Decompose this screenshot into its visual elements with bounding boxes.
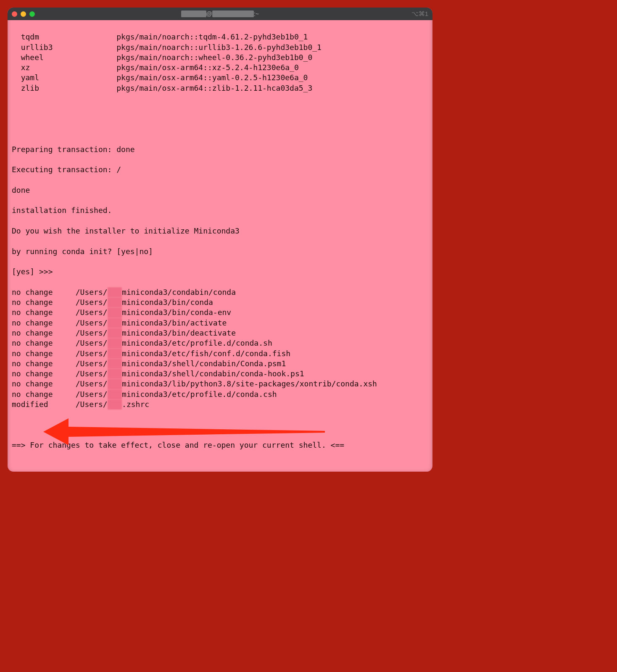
minimize-button[interactable] [21, 11, 26, 17]
conda-init-line: no change /Users/███miniconda3/bin/deact… [12, 328, 428, 338]
executing-line: Executing transaction: / [12, 165, 428, 175]
terminal-window: ██████@██████████:~ ⌥⌘1 tqdm pkgs/main/n… [8, 8, 432, 472]
close-button[interactable] [12, 11, 17, 17]
window-title: ██████@██████████:~ [8, 10, 432, 17]
package-line: tqdm pkgs/main/noarch::tqdm-4.61.2-pyhd3… [12, 32, 428, 42]
user-redacted: ███ [108, 369, 122, 379]
user-redacted: ███ [108, 359, 122, 369]
package-line: xz pkgs/main/osx-arm64::xz-5.2.4-h1230e6… [12, 63, 428, 73]
effect-line: ==> For changes to take effect, close an… [12, 440, 428, 450]
conda-init-line: no change /Users/███miniconda3/shell/con… [12, 359, 428, 369]
title-host-redacted: ██████████ [212, 10, 254, 17]
user-redacted: ███ [108, 287, 122, 297]
package-line: urllib3 pkgs/main/noarch::urllib3-1.26.6… [12, 42, 428, 52]
conda-init-line: no change /Users/███miniconda3/etc/profi… [12, 389, 428, 399]
user-redacted: ███ [108, 349, 122, 359]
user-redacted: ███ [108, 318, 122, 328]
zoom-button[interactable] [29, 11, 35, 17]
init-question-line-1: Do you wish the installer to initialize … [12, 226, 428, 236]
conda-init-line: no change /Users/███miniconda3/shell/con… [12, 369, 428, 379]
done-line: done [12, 185, 428, 195]
preparing-line: Preparing transaction: done [12, 144, 428, 155]
conda-init-line: modified /Users/███.zshrc [12, 399, 428, 410]
titlebar: ██████@██████████:~ ⌥⌘1 [8, 8, 432, 20]
conda-init-line: no change /Users/███miniconda3/bin/conda… [12, 307, 428, 318]
conda-init-line: no change /Users/███miniconda3/lib/pytho… [12, 379, 428, 389]
yes-prompt-line: [yes] >>> [12, 267, 428, 277]
user-redacted: ███ [108, 328, 122, 338]
title-user-redacted: ██████ [181, 10, 206, 17]
terminal-body[interactable]: tqdm pkgs/main/noarch::tqdm-4.61.2-pyhd3… [8, 20, 432, 472]
init-question-line-2: by running conda init? [yes|no] [12, 247, 428, 257]
package-line: zlib pkgs/main/osx-arm64::zlib-1.2.11-hc… [12, 83, 428, 93]
user-redacted: ███ [108, 338, 122, 348]
user-redacted: ███ [108, 297, 122, 307]
conda-init-line: no change /Users/███miniconda3/bin/activ… [12, 318, 428, 328]
package-line: wheel pkgs/main/noarch::wheel-0.36.2-pyh… [12, 52, 428, 63]
blank-line [12, 420, 428, 430]
package-list: tqdm pkgs/main/noarch::tqdm-4.61.2-pyhd3… [12, 32, 428, 93]
user-redacted: ███ [108, 399, 122, 410]
blank-line [12, 461, 428, 471]
blank-line [12, 103, 428, 113]
conda-init-line: no change /Users/███miniconda3/bin/conda [12, 297, 428, 307]
finished-line: installation finished. [12, 205, 428, 215]
conda-init-line: no change /Users/███miniconda3/condabin/… [12, 287, 428, 297]
user-redacted: ███ [108, 389, 122, 399]
traffic-lights [12, 11, 35, 17]
conda-init-line: no change /Users/███miniconda3/etc/profi… [12, 338, 428, 348]
user-redacted: ███ [108, 379, 122, 389]
package-line: yaml pkgs/main/osx-arm64::yaml-0.2.5-h12… [12, 73, 428, 83]
init-results: no change /Users/███miniconda3/condabin/… [12, 287, 428, 410]
user-redacted: ███ [108, 307, 122, 318]
blank-line [12, 124, 428, 134]
tab-shortcut-hint: ⌥⌘1 [411, 10, 428, 18]
conda-init-line: no change /Users/███miniconda3/etc/fish/… [12, 349, 428, 359]
